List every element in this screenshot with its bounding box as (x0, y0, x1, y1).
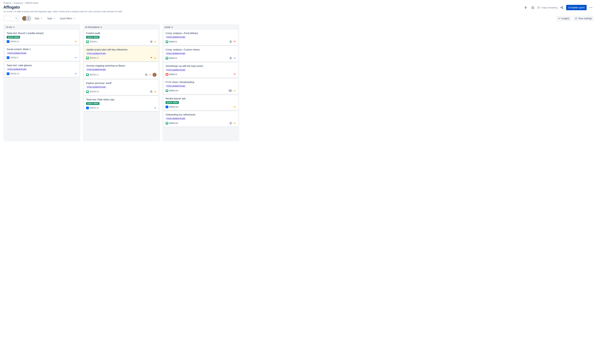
story-icon (86, 90, 89, 93)
svg-rect-23 (234, 107, 236, 107)
issue-card[interactable]: Taste test: Flate white cupsQUICK WINSBR… (84, 96, 158, 111)
chart-icon (558, 17, 560, 20)
complete-sprint-button[interactable]: Complete sprint (566, 5, 587, 10)
svg-point-6 (591, 7, 591, 8)
epic-tag[interactable]: FY23 LAUNCH PLAN (165, 52, 186, 55)
svg-rect-13 (75, 42, 77, 42)
chevron-down-icon (53, 17, 55, 19)
breadcrumb-projects[interactable]: Projects (3, 2, 11, 4)
insights-button[interactable]: Insights (556, 16, 571, 21)
priority-medium-icon (233, 106, 236, 108)
chevron-down-icon (73, 17, 75, 19)
card-title: Comp. analysis—Food delivery (165, 32, 236, 34)
assignee-avatar[interactable] (152, 73, 157, 77)
epic-tag[interactable]: FY23 LAUNCH PLAN (165, 36, 186, 39)
issue-card[interactable]: Review banner adsQUICK WINSBREW-20 (164, 95, 238, 110)
epic-tag[interactable]: FY23 LAUNCH PLAN (165, 117, 186, 120)
epic-tag[interactable]: QUICK WINS (86, 36, 99, 39)
epic-tag[interactable]: QUICK WINS (86, 102, 99, 105)
story-points-badge: 3 (229, 122, 232, 125)
card-title: Comp. analysis—Custom menus (165, 48, 236, 51)
story-points-badge: 10 (228, 89, 232, 92)
issue-key[interactable]: BREW-2 (169, 40, 177, 43)
epic-tag[interactable]: FY23 LAUNCH PLAN (86, 68, 106, 71)
breadcrumb-brew-board[interactable]: BREW board (25, 2, 38, 4)
issue-key[interactable]: BREW-3 (169, 57, 177, 59)
issue-card[interactable]: Social content: Week 1FY23 LAUNCH PLANBR… (5, 46, 79, 61)
epic-tag[interactable]: FY23 LAUNCH PLAN (165, 85, 186, 87)
column-header: TO DO 3 (5, 26, 79, 30)
issue-card[interactable]: Taste test: Latte glassesFY23 LAUNCH PLA… (5, 62, 79, 77)
search-field[interactable] (5, 17, 15, 20)
issue-key[interactable]: BREW-23 (10, 72, 19, 75)
svg-point-9 (28, 18, 29, 18)
issue-card[interactable]: Comp. analysis—Custom menusFY23 LAUNCH P… (164, 46, 238, 62)
issue-card[interactable]: Explore personas: GeoffFY23 LAUNCH PLANB… (84, 80, 158, 95)
add-assignee-button[interactable] (26, 16, 31, 21)
epic-tag[interactable]: FY23 LAUNCH PLAN (86, 86, 106, 88)
bug-icon (165, 73, 168, 76)
epic-tag[interactable]: FY23 LAUNCH PLAN (86, 52, 106, 55)
story-icon (165, 40, 168, 43)
epic-filter[interactable]: Epic (34, 16, 43, 20)
view-settings-button[interactable]: View settings (573, 16, 594, 21)
epic-tag[interactable]: QUICK WINS (165, 101, 179, 104)
quick-filters[interactable]: Quick filters (59, 16, 76, 20)
star-icon[interactable] (530, 5, 535, 10)
issue-card[interactable]: Content auditQUICK WINSBREW-14 (84, 30, 158, 45)
issue-card[interactable]: Comp. analysis—Food deliveryFY23 LAUNCH … (164, 30, 238, 45)
issue-card[interactable]: Taste test: Round 1 (vanilla extract)QUI… (5, 30, 79, 45)
issue-key[interactable]: BREW-21 (169, 122, 178, 124)
svg-rect-22 (234, 106, 236, 107)
svg-point-8 (16, 18, 17, 19)
issue-key[interactable]: BREW-11 (90, 74, 99, 76)
settings-icon (574, 17, 577, 20)
breadcrumb: Projects / Espresso / BREW board (3, 2, 594, 4)
column-count: 5 (101, 26, 102, 29)
epic-tag[interactable]: QUICK WINS (7, 36, 20, 39)
issue-key[interactable]: BREW-14 (169, 89, 178, 92)
svg-rect-18 (154, 91, 156, 92)
issue-card[interactable]: Something's up with the load screenFY23 … (164, 63, 238, 78)
epic-tag[interactable]: FY23 LAUNCH PLAN (165, 69, 186, 71)
svg-point-10 (576, 18, 577, 18)
issue-key[interactable]: BREW-12 (10, 40, 19, 43)
type-filter[interactable]: Type (46, 16, 56, 20)
issue-key[interactable]: BREW-5 (10, 56, 18, 59)
share-icon[interactable] (559, 5, 565, 10)
board-column: IN PROGRESS 5Content auditQUICK WINSBREW… (83, 24, 160, 142)
priority-medium-icon (154, 57, 157, 59)
column-title: DONE (165, 26, 171, 29)
automation-icon[interactable] (523, 5, 528, 10)
issue-card[interactable]: Onboarding tour refinementsFY23 LAUNCH P… (164, 111, 238, 127)
priority-medium-icon (233, 122, 236, 125)
issue-key[interactable]: BREW-10 (90, 90, 99, 93)
story-points-badge: 5 (150, 90, 153, 93)
breadcrumb-separator: / (12, 2, 13, 4)
story-icon (165, 89, 168, 92)
issue-key[interactable]: BREW-17 (90, 57, 99, 59)
priority-low-icon (74, 72, 77, 75)
breadcrumb-espresso[interactable]: Espresso (14, 2, 23, 4)
search-input[interactable] (3, 16, 19, 21)
issue-card[interactable]: FY23 Vision: StoryboardingFY23 LAUNCH PL… (164, 79, 238, 94)
priority-medium-icon (154, 90, 157, 93)
issue-key[interactable]: BREW-4 (169, 73, 177, 76)
issue-card[interactable]: Update project plan with key milestonesF… (84, 46, 158, 61)
svg-rect-17 (154, 58, 156, 58)
epic-tag[interactable]: FY23 LAUNCH PLAN (7, 68, 27, 71)
issue-card[interactable]: Journey mapping workshop w/ BeanzFY23 LA… (84, 62, 158, 79)
svg-rect-24 (234, 123, 236, 123)
svg-rect-16 (154, 57, 156, 58)
more-icon[interactable] (588, 5, 594, 10)
issue-key[interactable]: BREW-22 (90, 107, 99, 109)
story-icon (165, 57, 168, 59)
issue-key[interactable]: BREW-1 (90, 40, 98, 43)
issue-key[interactable]: BREW-20 (169, 106, 178, 108)
task-icon (7, 72, 9, 75)
svg-rect-21 (234, 91, 236, 91)
column-count: 3 (13, 26, 14, 29)
column-header: IN PROGRESS 5 (84, 26, 158, 30)
epic-tag[interactable]: FY23 LAUNCH PLAN (7, 52, 27, 55)
avatar-group (22, 16, 31, 21)
